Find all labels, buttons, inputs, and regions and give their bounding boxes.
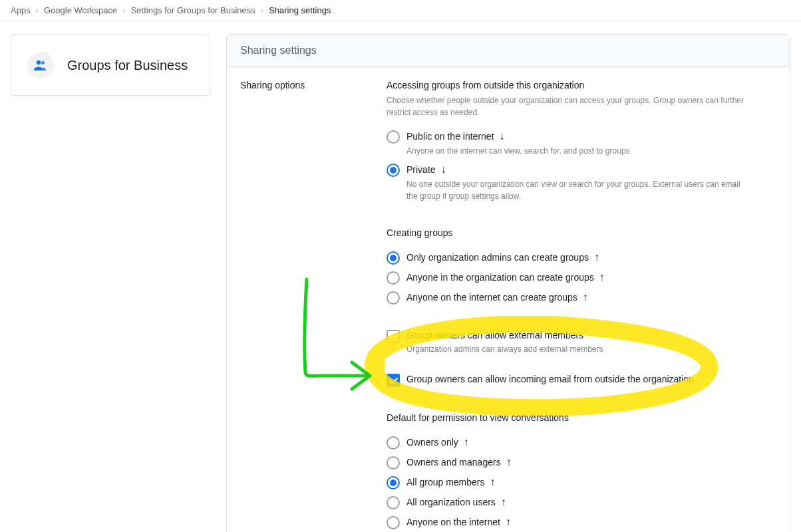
option-label: Public on the internet [406, 131, 494, 142]
option-label: Owners only [406, 437, 458, 448]
option-external-members[interactable]: Group owners can allow external members … [387, 330, 776, 355]
option-create-org[interactable]: Anyone in the organization can create gr… [387, 271, 776, 285]
arrow-up-icon: ↑ [490, 476, 496, 488]
svg-point-1 [41, 61, 45, 65]
option-label: All organization users [406, 497, 496, 507]
option-label: Private [406, 164, 436, 175]
option-create-internet[interactable]: Anyone on the internet can create groups… [387, 291, 776, 305]
checkbox-incoming-email[interactable] [387, 374, 400, 387]
arrow-down-icon: ↓ [500, 130, 505, 142]
option-label: Only organization admins can create grou… [406, 252, 589, 263]
radio-anyone-internet-view[interactable] [387, 516, 400, 529]
panel-header: Sharing settings [227, 35, 790, 66]
option-label: Group owners can allow external members [406, 330, 583, 340]
radio-create-org[interactable] [387, 271, 400, 285]
arrow-up-icon: ↑ [464, 436, 469, 448]
radio-all-org-users[interactable] [387, 496, 400, 509]
option-label: Anyone on the internet [406, 517, 500, 527]
svg-point-0 [37, 61, 41, 65]
option-label: Group owners can allow incoming email fr… [406, 374, 694, 384]
sharing-options-label: Sharing options [227, 80, 387, 532]
option-desc: Anyone on the internet can view, search … [406, 145, 752, 157]
option-desc: No one outside your organization can vie… [406, 178, 752, 202]
chevron-right-icon: › [122, 5, 125, 15]
option-label: All group members [406, 477, 485, 487]
arrow-down-icon: ↓ [441, 164, 446, 176]
card-title: Groups for Business [67, 58, 188, 73]
main-panel: Sharing settings Sharing options Accessi… [226, 35, 790, 532]
breadcrumb-apps[interactable]: Apps [11, 5, 31, 15]
arrow-up-icon: ↑ [594, 251, 599, 263]
groups-icon [27, 52, 54, 78]
option-create-admins[interactable]: Only organization admins can create grou… [387, 251, 776, 265]
breadcrumb: Apps › Google Workspace › Settings for G… [0, 0, 801, 21]
radio-create-internet[interactable] [387, 291, 400, 305]
option-anyone-internet-view[interactable]: Anyone on the internet ↑ [387, 516, 776, 529]
option-label: Anyone on the internet can create groups [406, 292, 577, 303]
arrow-up-icon: ↑ [599, 271, 605, 283]
option-incoming-email[interactable]: Group owners can allow incoming email fr… [387, 374, 776, 387]
option-owners-only[interactable]: Owners only ↑ [387, 436, 776, 450]
option-owners-managers[interactable]: Owners and managers ↑ [387, 456, 776, 469]
option-all-org-users[interactable]: All organization users ↑ [387, 496, 776, 509]
radio-public-internet[interactable] [387, 130, 400, 144]
option-public-internet[interactable]: Public on the internet ↓ Anyone on the i… [387, 130, 776, 157]
radio-create-admins[interactable] [387, 251, 400, 265]
groups-for-business-card[interactable]: Groups for Business [11, 35, 210, 96]
option-desc: Organization admins can always add exter… [406, 343, 752, 355]
arrow-up-icon: ↑ [506, 456, 512, 468]
arrow-up-icon: ↑ [501, 496, 506, 508]
option-private[interactable]: Private ↓ No one outside your organizati… [387, 164, 776, 202]
option-label: Anyone in the organization can create gr… [406, 272, 594, 283]
radio-owners-only[interactable] [387, 436, 400, 450]
option-all-members[interactable]: All group members ↑ [387, 476, 776, 489]
access-section-title: Accessing groups from outside this organ… [387, 80, 776, 90]
access-section-sub: Choose whether people outside your organ… [387, 94, 746, 118]
breadcrumb-sharing-settings: Sharing settings [269, 5, 331, 15]
arrow-up-icon: ↑ [583, 291, 588, 303]
checkbox-external-members[interactable] [387, 330, 400, 343]
arrow-up-icon: ↑ [506, 516, 511, 528]
breadcrumb-settings-groups[interactable]: Settings for Groups for Business [131, 5, 255, 15]
radio-owners-managers[interactable] [387, 456, 400, 469]
breadcrumb-workspace[interactable]: Google Workspace [44, 5, 117, 15]
creating-section-title: Creating groups [387, 227, 776, 238]
option-label: Owners and managers [406, 457, 501, 467]
view-perm-section-title: Default for permission to view conversat… [387, 412, 776, 423]
chevron-right-icon: › [36, 5, 39, 15]
chevron-right-icon: › [261, 5, 263, 15]
radio-all-members[interactable] [387, 476, 400, 489]
radio-private[interactable] [387, 164, 400, 177]
